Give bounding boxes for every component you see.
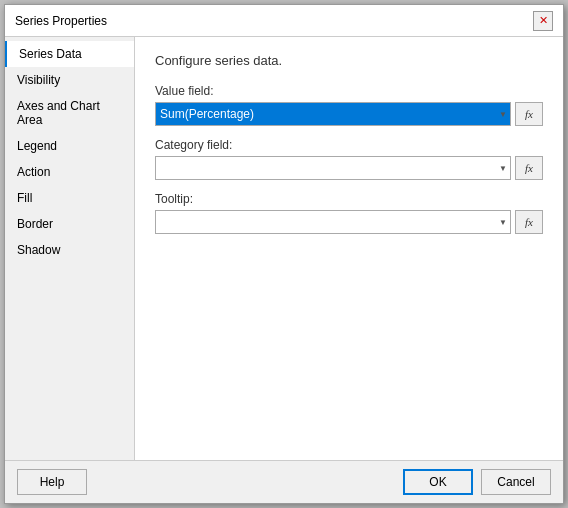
help-button[interactable]: Help (17, 469, 87, 495)
sidebar-item-visibility[interactable]: Visibility (5, 67, 134, 93)
value-field-label: Value field: (155, 84, 543, 98)
ok-button[interactable]: OK (403, 469, 473, 495)
tooltip-field-row: ▼ fx (155, 210, 543, 234)
value-field-select[interactable]: Sum(Percentage) (155, 102, 511, 126)
sidebar-item-legend[interactable]: Legend (5, 133, 134, 159)
category-field-fx-button[interactable]: fx (515, 156, 543, 180)
value-field-group: Value field: Sum(Percentage) ▼ fx (155, 84, 543, 126)
category-field-select-wrapper: ▼ (155, 156, 511, 180)
close-button[interactable]: ✕ (533, 11, 553, 31)
tooltip-field-select-wrapper: ▼ (155, 210, 511, 234)
main-content: Configure series data. Value field: Sum(… (135, 37, 563, 460)
sidebar-item-axes-and-chart-area[interactable]: Axes and Chart Area (5, 93, 134, 133)
category-field-label: Category field: (155, 138, 543, 152)
sidebar-item-action[interactable]: Action (5, 159, 134, 185)
cancel-button[interactable]: Cancel (481, 469, 551, 495)
title-bar: Series Properties ✕ (5, 5, 563, 37)
tooltip-field-group: Tooltip: ▼ fx (155, 192, 543, 234)
dialog-body: Series Data Visibility Axes and Chart Ar… (5, 37, 563, 460)
sidebar: Series Data Visibility Axes and Chart Ar… (5, 37, 135, 460)
series-properties-dialog: Series Properties ✕ Series Data Visibili… (4, 4, 564, 504)
dialog-title: Series Properties (15, 14, 107, 28)
category-field-select[interactable] (155, 156, 511, 180)
footer-right: OK Cancel (403, 469, 551, 495)
sidebar-item-series-data[interactable]: Series Data (5, 41, 134, 67)
value-field-fx-button[interactable]: fx (515, 102, 543, 126)
section-title: Configure series data. (155, 53, 543, 68)
tooltip-field-select[interactable] (155, 210, 511, 234)
category-field-row: ▼ fx (155, 156, 543, 180)
tooltip-field-label: Tooltip: (155, 192, 543, 206)
dialog-footer: Help OK Cancel (5, 460, 563, 503)
value-field-row: Sum(Percentage) ▼ fx (155, 102, 543, 126)
category-field-group: Category field: ▼ fx (155, 138, 543, 180)
tooltip-field-fx-button[interactable]: fx (515, 210, 543, 234)
sidebar-item-border[interactable]: Border (5, 211, 134, 237)
value-field-select-wrapper: Sum(Percentage) ▼ (155, 102, 511, 126)
sidebar-item-shadow[interactable]: Shadow (5, 237, 134, 263)
sidebar-item-fill[interactable]: Fill (5, 185, 134, 211)
